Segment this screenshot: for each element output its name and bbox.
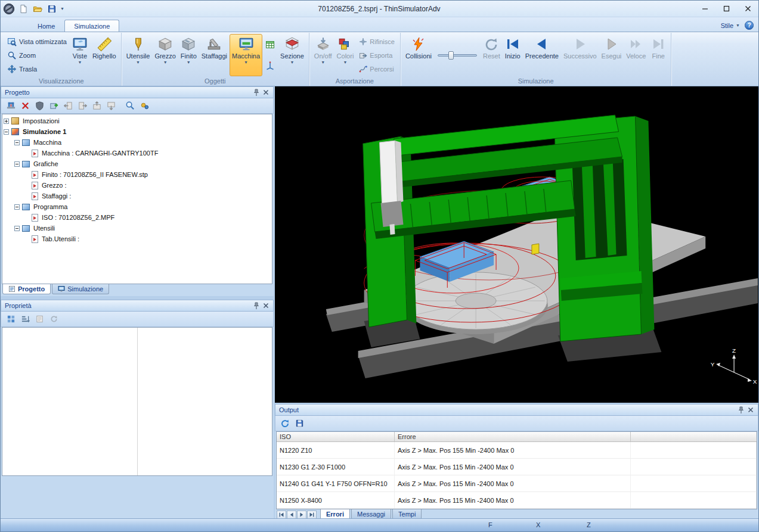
table-row[interactable]: N1250 X-8400 Axis Z > Max. Pos 115 Min -… — [277, 492, 757, 509]
tree-item[interactable]: Tab.Utensili : — [4, 234, 272, 244]
axes-view-button[interactable] — [264, 60, 277, 71]
expander-icon[interactable] — [4, 129, 9, 135]
prev-page-button[interactable] — [287, 511, 296, 518]
style-dropdown[interactable]: Stile ▼ — [721, 22, 740, 29]
collisioni-button[interactable]: Collisioni — [403, 34, 434, 76]
finito-button[interactable]: Finito ▼ — [178, 34, 199, 76]
successivo-button[interactable]: Successivo — [561, 34, 599, 76]
tab-simulazione[interactable]: Simulazione — [64, 20, 119, 32]
refresh-properties-button[interactable] — [48, 314, 59, 325]
zoom-button[interactable]: Zoom — [5, 50, 69, 61]
expander-icon[interactable] — [14, 140, 20, 145]
tree-item[interactable]: Impostazioni — [4, 116, 272, 126]
tree-item[interactable]: Macchina : CARNAGHI-GANTRY100TF — [4, 148, 272, 158]
save-button[interactable] — [46, 3, 58, 15]
move-up-button[interactable] — [91, 101, 102, 111]
help-button[interactable]: ? — [745, 21, 754, 30]
open-file-button[interactable] — [32, 3, 44, 15]
pin-button[interactable] — [252, 301, 261, 310]
qat-customize-button[interactable]: ▼ — [60, 7, 64, 11]
close-panel-button[interactable] — [261, 301, 271, 310]
veloce-button[interactable]: Veloce — [624, 34, 648, 76]
tab-errori[interactable]: Errori — [320, 509, 350, 518]
tree-item[interactable]: Simulazione 1 — [4, 126, 272, 137]
add-graphic-button[interactable] — [48, 101, 59, 111]
inizio-button[interactable]: Inizio — [503, 34, 523, 76]
percorsi-button[interactable]: Percorsi — [357, 64, 396, 74]
property-pages-button[interactable] — [34, 314, 45, 325]
pin-button[interactable] — [252, 88, 261, 97]
find-button[interactable] — [125, 101, 135, 111]
staffaggi-button[interactable]: Staffaggi — [199, 34, 230, 76]
expander-icon[interactable] — [14, 161, 20, 167]
table-view-button[interactable] — [264, 39, 277, 50]
protection-button[interactable] — [34, 101, 45, 111]
table-row[interactable]: N1230 G1 Z-30 F1000 Axis Z > Max. Pos 11… — [277, 459, 757, 475]
expander-icon[interactable] — [14, 226, 20, 231]
tree-item[interactable]: Grafiche — [4, 158, 272, 169]
expander-icon[interactable] — [14, 204, 20, 210]
viewport-3d[interactable]: Z Y X — [275, 86, 758, 403]
fine-button[interactable]: Fine — [648, 34, 668, 76]
tree-item[interactable]: Grezzo : — [4, 180, 272, 191]
maximize-button[interactable] — [715, 1, 737, 17]
precedente-button[interactable]: Precedente — [523, 34, 561, 76]
table-row[interactable]: N1240 G1 G41 Y-1 F750 OFFN=R10 Axis Z > … — [277, 475, 757, 492]
close-panel-button[interactable] — [261, 88, 271, 97]
reset-button[interactable]: Reset — [481, 34, 503, 76]
project-toolbar — [1, 98, 274, 114]
new-document-button[interactable] — [17, 3, 29, 15]
trasla-button[interactable]: Trasla — [5, 64, 69, 74]
last-page-button[interactable] — [307, 511, 317, 518]
grezzo-button[interactable]: Grezzo ▼ — [152, 34, 178, 76]
tree-item[interactable]: Finito : 701208Z56_II FASENEW.stp — [4, 169, 272, 180]
tree-item[interactable]: Staffaggi : — [4, 191, 272, 201]
close-panel-button[interactable] — [746, 406, 755, 415]
tree-item[interactable]: ISO : 701208Z56_2.MPF — [4, 212, 272, 223]
tab-tempi[interactable]: Tempi — [392, 509, 422, 518]
add-machine-button[interactable] — [5, 101, 16, 111]
save-output-button[interactable] — [294, 418, 305, 429]
tab-progetto[interactable]: Progetto — [2, 284, 51, 294]
utensile-button[interactable]: Utensile ▼ — [124, 34, 153, 76]
categorize-button[interactable] — [5, 314, 16, 325]
speed-slider[interactable] — [438, 34, 477, 76]
righello-button[interactable]: Righello — [90, 34, 119, 76]
tree-item[interactable]: Programma — [4, 201, 272, 212]
window-controls — [694, 1, 758, 17]
properties-column-divider[interactable] — [137, 328, 138, 475]
app-menu-button[interactable] — [3, 3, 15, 15]
properties-grid[interactable] — [2, 327, 272, 476]
minimize-button[interactable] — [694, 1, 715, 17]
move-down-button[interactable] — [106, 101, 116, 111]
tree-item[interactable]: Macchina — [4, 137, 272, 148]
esegui-button[interactable]: Esegui — [599, 34, 624, 76]
remove-simulation-button[interactable] — [20, 101, 30, 111]
sort-alpha-button[interactable] — [20, 314, 30, 325]
tab-simulazione-panel[interactable]: Simulazione — [52, 284, 109, 294]
onoff-button[interactable]: On/off ▼ — [312, 34, 334, 76]
tab-messaggi[interactable]: Messaggi — [351, 509, 391, 518]
viste-button[interactable]: Viste ▼ — [70, 34, 90, 76]
options-button[interactable] — [139, 101, 150, 111]
column-header-iso[interactable]: ISO — [277, 432, 395, 441]
table-row[interactable]: N1220 Z10 Axis Z > Max. Pos 155 Min -240… — [277, 442, 757, 459]
close-button[interactable] — [737, 1, 758, 17]
vista-ottimizzata-button[interactable]: Vista ottimizzata — [5, 36, 69, 47]
move-in-button[interactable] — [63, 101, 73, 111]
slider-thumb[interactable] — [448, 51, 454, 60]
rifinisce-button[interactable]: Rifinisce — [357, 37, 396, 46]
macchina-button[interactable]: Macchina ▼ — [230, 34, 262, 76]
column-header-errore[interactable]: Errore — [395, 432, 631, 441]
tree-item[interactable]: Utensili — [4, 223, 272, 234]
sezione-button[interactable]: Sezione ▼ — [278, 34, 306, 76]
tab-home[interactable]: Home — [28, 20, 64, 32]
refresh-output-button[interactable] — [280, 418, 290, 429]
next-page-button[interactable] — [297, 511, 306, 518]
first-page-button[interactable] — [277, 511, 286, 518]
colori-button[interactable]: Colori ▼ — [334, 34, 357, 76]
esporta-button[interactable]: Esporta — [357, 51, 396, 60]
pin-button[interactable] — [736, 406, 746, 415]
move-out-button[interactable] — [77, 101, 88, 111]
expander-icon[interactable] — [4, 119, 9, 124]
